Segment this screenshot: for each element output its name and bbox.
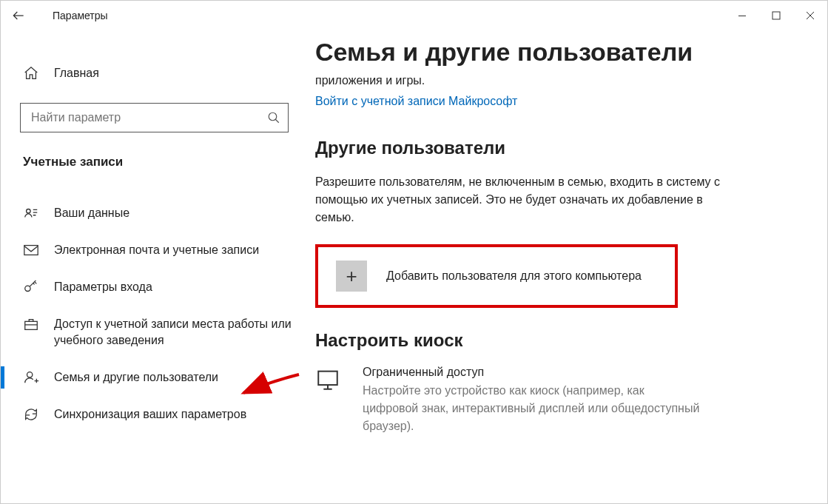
sidebar-item-label: Ваши данные xyxy=(54,205,129,221)
svg-point-7 xyxy=(27,372,33,377)
svg-rect-6 xyxy=(25,321,38,329)
kiosk-item[interactable]: Ограниченный доступ Настройте это устрой… xyxy=(315,366,790,435)
other-users-heading: Другие пользователи xyxy=(315,138,790,158)
svg-point-5 xyxy=(25,286,30,291)
back-button[interactable] xyxy=(11,8,26,23)
sidebar: Главная Учетные записи Ваши данные Эле xyxy=(1,30,308,503)
search-icon xyxy=(267,111,280,124)
key-icon xyxy=(23,279,39,295)
kiosk-item-title: Ограниченный доступ xyxy=(363,366,703,379)
window-controls xyxy=(725,1,827,30)
content-area: Семья и другие пользователи приложения и… xyxy=(308,30,827,503)
window-title: Параметры xyxy=(53,10,108,21)
person-card-icon xyxy=(23,205,39,221)
sidebar-item-label: Доступ к учетной записи места работы или… xyxy=(54,316,293,349)
home-icon xyxy=(23,65,39,81)
svg-point-2 xyxy=(269,112,277,121)
sidebar-item-work-school[interactable]: Доступ к учетной записи места работы или… xyxy=(1,306,308,359)
svg-point-3 xyxy=(27,209,31,214)
mail-icon xyxy=(23,242,39,258)
sidebar-item-signin-options[interactable]: Параметры входа xyxy=(1,269,308,306)
sidebar-item-label: Синхронизация ваших параметров xyxy=(54,406,246,423)
sidebar-item-sync[interactable]: Синхронизация ваших параметров xyxy=(1,396,308,433)
briefcase-icon xyxy=(23,316,39,332)
monitor-icon xyxy=(315,367,342,435)
kiosk-item-desc: Настройте это устройство как киоск (напр… xyxy=(363,382,703,435)
sidebar-item-label: Электронная почта и учетные записи xyxy=(54,242,259,258)
close-button[interactable] xyxy=(793,1,827,30)
plus-icon: + xyxy=(336,261,367,292)
svg-rect-4 xyxy=(24,246,38,255)
sidebar-category: Учетные записи xyxy=(1,155,308,169)
page-subline: приложения и игры. xyxy=(315,74,790,87)
search-input[interactable] xyxy=(31,111,267,124)
settings-window: Параметры Главная xyxy=(0,0,828,504)
sync-icon xyxy=(23,406,39,423)
svg-rect-1 xyxy=(773,12,780,19)
sidebar-item-email-accounts[interactable]: Электронная почта и учетные записи xyxy=(1,232,308,269)
sidebar-item-family-users[interactable]: Семья и другие пользователи xyxy=(1,359,308,396)
page-title: Семья и другие пользователи xyxy=(315,38,790,67)
svg-rect-8 xyxy=(318,372,337,385)
svg-rect-0 xyxy=(738,16,746,16)
ms-account-signin-link[interactable]: Войти с учетной записи Майкрософт xyxy=(315,95,790,108)
add-user-label: Добавить пользователя для этого компьюте… xyxy=(386,269,642,283)
sidebar-home-label: Главная xyxy=(54,67,99,80)
maximize-button[interactable] xyxy=(759,1,793,30)
people-add-icon xyxy=(23,369,39,386)
sidebar-item-label: Семья и другие пользователи xyxy=(54,369,218,386)
other-users-desc: Разрешите пользователям, не включенным в… xyxy=(315,173,730,226)
titlebar: Параметры xyxy=(1,1,827,30)
sidebar-home[interactable]: Главная xyxy=(1,57,308,90)
sidebar-item-your-info[interactable]: Ваши данные xyxy=(1,195,308,232)
add-user-button[interactable]: + Добавить пользователя для этого компью… xyxy=(315,244,678,308)
minimize-button[interactable] xyxy=(725,1,759,30)
kiosk-heading: Настроить киоск xyxy=(315,330,790,351)
search-box[interactable] xyxy=(20,103,289,132)
sidebar-item-label: Параметры входа xyxy=(54,279,152,295)
